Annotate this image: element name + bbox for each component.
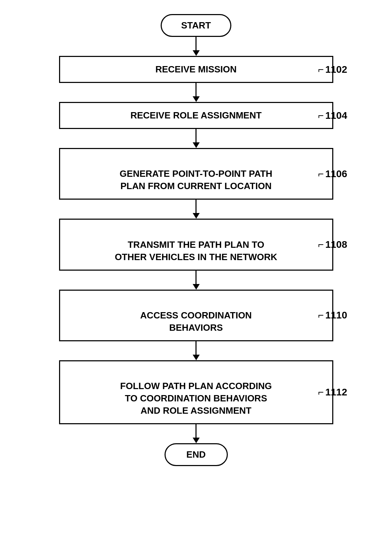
ref-tick-1104: ⌐: [318, 110, 324, 121]
step-text-1110: ACCESS COORDINATION BEHAVIORS: [140, 310, 252, 333]
arrow-6: [193, 424, 200, 443]
step-text-1112: FOLLOW PATH PLAN ACCORDING TO COORDINATI…: [120, 381, 272, 416]
process-box-1108: TRANSMIT THE PATH PLAN TO OTHER VEHICLES…: [59, 219, 333, 270]
process-box-1112: FOLLOW PATH PLAN ACCORDING TO COORDINATI…: [59, 360, 333, 424]
start-row: START: [38, 14, 354, 37]
arrow-line: [195, 83, 197, 96]
arrow-2: [193, 129, 200, 148]
step-row-1102: RECEIVE MISSION ⌐1102: [38, 56, 354, 83]
process-box-1102: RECEIVE MISSION: [59, 56, 333, 83]
arrow-head: [193, 284, 200, 290]
ref-label-1106: ⌐1106: [318, 168, 347, 180]
step-row-1108: TRANSMIT THE PATH PLAN TO OTHER VEHICLES…: [38, 219, 354, 270]
end-label: END: [186, 449, 206, 460]
process-box-1106: GENERATE POINT-TO-POINT PATH PLAN FROM C…: [59, 148, 333, 200]
arrow-head: [193, 213, 200, 219]
start-terminal: START: [161, 14, 231, 37]
ref-tick-1102: ⌐: [318, 64, 324, 75]
arrow-head: [193, 142, 200, 148]
arrow-line: [195, 37, 197, 50]
arrow-line: [195, 424, 197, 438]
step-row-1106: GENERATE POINT-TO-POINT PATH PLAN FROM C…: [38, 148, 354, 200]
flowchart: START RECEIVE MISSION ⌐1102 RECEIVE ROLE…: [38, 14, 354, 466]
arrow-3: [193, 200, 200, 219]
arrow-line: [195, 341, 197, 355]
ref-label-1104: ⌐1104: [318, 110, 347, 121]
ref-label-1110: ⌐1110: [318, 310, 347, 321]
arrow-1: [193, 83, 200, 102]
ref-tick-1106: ⌐: [318, 168, 324, 180]
arrow-line: [195, 129, 197, 142]
step-text-1102: RECEIVE MISSION: [155, 64, 237, 75]
ref-label-1102: ⌐1102: [318, 64, 347, 75]
arrow-head: [193, 438, 200, 443]
arrow-0: [193, 37, 200, 56]
step-text-1108: TRANSMIT THE PATH PLAN TO OTHER VEHICLES…: [115, 239, 277, 262]
arrow-line: [195, 271, 197, 284]
arrow-head: [193, 355, 200, 360]
step-row-1112: FOLLOW PATH PLAN ACCORDING TO COORDINATI…: [38, 360, 354, 424]
step-text-1104: RECEIVE ROLE ASSIGNMENT: [130, 110, 262, 121]
ref-label-1112: ⌐1112: [318, 387, 347, 398]
start-label: START: [181, 20, 211, 31]
ref-tick-1112: ⌐: [318, 387, 324, 398]
step-text-1106: GENERATE POINT-TO-POINT PATH PLAN FROM C…: [120, 168, 272, 191]
process-box-1104: RECEIVE ROLE ASSIGNMENT: [59, 102, 333, 129]
end-row: END: [38, 443, 354, 466]
step-row-1110: ACCESS COORDINATION BEHAVIORS ⌐1110: [38, 290, 354, 341]
ref-tick-1110: ⌐: [318, 310, 324, 321]
end-terminal: END: [165, 443, 228, 466]
arrow-4: [193, 271, 200, 290]
ref-label-1108: ⌐1108: [318, 239, 347, 250]
arrow-head: [193, 50, 200, 56]
step-row-1104: RECEIVE ROLE ASSIGNMENT ⌐1104: [38, 102, 354, 129]
arrow-line: [195, 200, 197, 213]
process-box-1110: ACCESS COORDINATION BEHAVIORS: [59, 290, 333, 341]
arrow-head: [193, 96, 200, 102]
ref-tick-1108: ⌐: [318, 239, 324, 250]
arrow-5: [193, 341, 200, 360]
